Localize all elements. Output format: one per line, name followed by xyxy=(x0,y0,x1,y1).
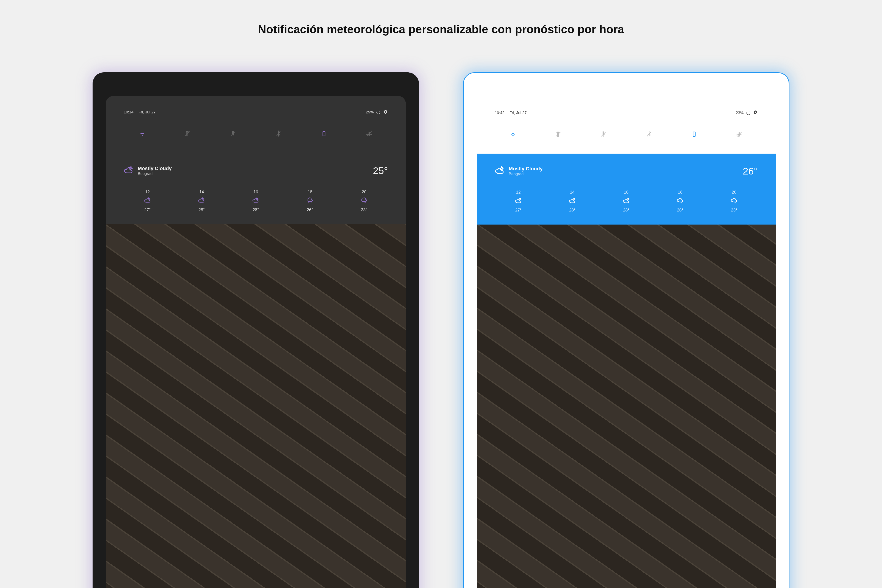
weather-condition-label: Mostly Cloudy xyxy=(138,165,369,171)
forecast-hour: 1628° xyxy=(232,190,279,212)
airplane-icon xyxy=(366,130,373,138)
weather-current-temp: 26° xyxy=(743,165,758,177)
quick-settings-toggles xyxy=(477,125,776,154)
forecast-rain-icon xyxy=(361,197,368,205)
forecast-partly-icon xyxy=(623,197,630,206)
weather-condition-icon xyxy=(123,165,134,176)
forecast-hour-temp: 28° xyxy=(569,208,575,213)
quick-toggle-bluetooth[interactable] xyxy=(260,130,297,138)
phone-wallpaper xyxy=(477,225,776,588)
weather-condition-label: Mostly Cloudy xyxy=(509,166,739,172)
weather-location-label: Beograd xyxy=(509,172,739,176)
quick-toggle-bluetooth[interactable] xyxy=(631,131,667,139)
flashlight-icon xyxy=(230,130,236,138)
status-time: 10:42 xyxy=(495,111,505,115)
status-time: 10:14 xyxy=(123,110,134,115)
forecast-hour: 1826° xyxy=(657,190,704,213)
forecast-hour-time: 18 xyxy=(308,190,312,195)
portrait-lock-icon xyxy=(691,131,697,139)
weather-condition-icon xyxy=(495,165,505,177)
forecast-partly-icon xyxy=(515,197,522,206)
forecast-hour: 1428° xyxy=(548,190,596,213)
forecast-hour: 1826° xyxy=(286,190,334,212)
flashlight-icon xyxy=(600,131,607,139)
loading-spinner-icon xyxy=(747,111,750,115)
settings-gear-icon[interactable] xyxy=(753,110,758,116)
status-battery: 29% xyxy=(366,110,374,115)
phone-side-button xyxy=(789,369,789,410)
forecast-hour-time: 14 xyxy=(199,190,204,195)
forecast-hour-time: 18 xyxy=(678,190,682,195)
forecast-rain-icon xyxy=(307,197,314,205)
forecast-hour-temp: 26° xyxy=(307,207,313,212)
status-separator: | xyxy=(506,111,507,115)
wifi-icon xyxy=(139,130,146,138)
status-date: Fri, Jul 27 xyxy=(509,111,527,115)
forecast-hour-temp: 27° xyxy=(144,207,150,212)
phone-volume-button xyxy=(789,262,789,351)
forecast-hour-temp: 28° xyxy=(252,207,259,212)
forecast-hour-time: 14 xyxy=(570,190,575,195)
quick-toggle-portrait-lock[interactable] xyxy=(305,130,343,138)
status-bar: 10:14 | Fri, Jul 27 29% xyxy=(106,96,406,124)
status-bar: 10:42 | Fri, Jul 27 23% xyxy=(477,97,776,125)
forecast-hour: 2023° xyxy=(340,190,388,212)
phone-power-button xyxy=(463,250,464,286)
forecast-partly-icon xyxy=(569,197,576,206)
portrait-lock-icon xyxy=(321,130,327,138)
phone-mockup-light: 10:42 | Fri, Jul 27 23% M xyxy=(463,72,789,588)
quick-toggle-wifi[interactable] xyxy=(495,131,532,139)
quick-toggle-airplane[interactable] xyxy=(721,131,758,139)
forecast-hour-time: 12 xyxy=(145,190,150,195)
weather-current-temp: 25° xyxy=(373,165,388,176)
hourly-forecast-row: 1227°1428°1628°1826°2023° xyxy=(495,190,758,213)
forecast-hour-temp: 28° xyxy=(623,208,630,213)
phones-row: 10:14 | Fri, Jul 27 29% M xyxy=(0,72,882,588)
loading-spinner-icon xyxy=(376,110,380,114)
quick-toggle-flashlight[interactable] xyxy=(215,130,251,138)
quick-toggle-mobile-data[interactable] xyxy=(540,131,577,139)
forecast-hour: 2023° xyxy=(711,190,758,213)
bluetooth-icon xyxy=(646,131,652,139)
hourly-forecast-row: 1227°1428°1628°1826°2023° xyxy=(123,190,388,212)
status-separator: | xyxy=(135,110,137,115)
forecast-partly-icon xyxy=(144,197,151,205)
forecast-hour-temp: 27° xyxy=(515,208,521,213)
quick-toggle-mobile-data[interactable] xyxy=(169,130,206,138)
forecast-hour-time: 16 xyxy=(624,190,628,195)
forecast-hour-temp: 28° xyxy=(198,207,205,212)
quick-toggle-wifi[interactable] xyxy=(123,130,161,138)
status-battery: 23% xyxy=(736,111,744,115)
quick-toggle-airplane[interactable] xyxy=(351,130,388,138)
forecast-partly-icon xyxy=(198,197,205,205)
forecast-hour-time: 12 xyxy=(516,190,521,195)
status-date: Fri, Jul 27 xyxy=(138,110,156,115)
quick-toggle-flashlight[interactable] xyxy=(585,131,622,139)
phone-mockup-dark: 10:14 | Fri, Jul 27 29% M xyxy=(93,72,419,588)
headline: Notificación meteorológica personalizabl… xyxy=(258,22,624,37)
quick-toggle-portrait-lock[interactable] xyxy=(676,131,712,139)
weather-notification[interactable]: Mostly Cloudy Beograd 25° 1227°1428°1628… xyxy=(106,153,406,224)
forecast-hour-temp: 23° xyxy=(731,208,737,213)
mobile-data-icon xyxy=(555,131,562,139)
forecast-rain-icon xyxy=(677,197,684,206)
weather-location-label: Beograd xyxy=(138,171,369,176)
weather-notification[interactable]: Mostly Cloudy Beograd 26° 1227°1428°1628… xyxy=(477,154,776,225)
forecast-hour-temp: 26° xyxy=(677,208,683,213)
wifi-icon xyxy=(510,131,516,139)
forecast-partly-icon xyxy=(252,197,259,205)
forecast-hour: 1428° xyxy=(178,190,225,212)
forecast-hour-time: 16 xyxy=(254,190,258,195)
settings-gear-icon[interactable] xyxy=(383,110,388,116)
mobile-data-icon xyxy=(184,130,191,138)
forecast-hour-time: 20 xyxy=(732,190,736,195)
forecast-hour: 1227° xyxy=(123,190,171,212)
bluetooth-icon xyxy=(275,130,282,138)
forecast-hour: 1227° xyxy=(495,190,542,213)
airplane-icon xyxy=(736,131,743,139)
quick-settings-toggles xyxy=(106,124,406,153)
forecast-hour-time: 20 xyxy=(362,190,367,195)
forecast-hour-temp: 23° xyxy=(361,207,367,212)
phone-wallpaper xyxy=(106,224,406,588)
forecast-rain-icon xyxy=(731,197,738,206)
